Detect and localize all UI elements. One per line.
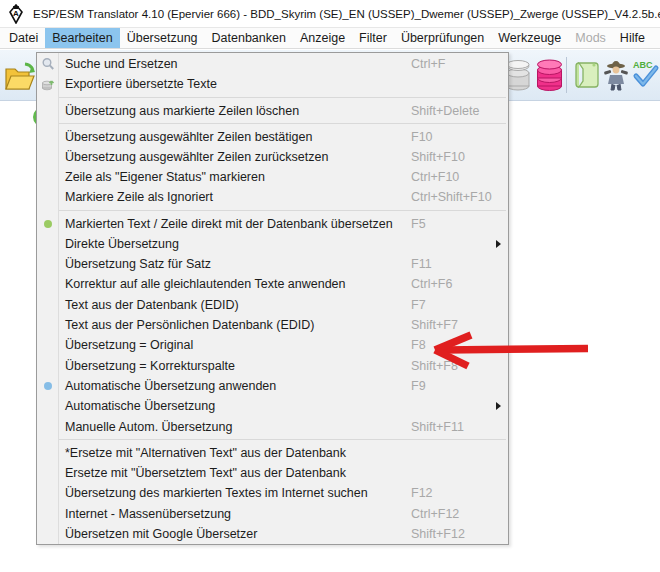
menu-item-übersetzung-ausgewählter-zeilen-bestätig[interactable]: Übersetzung ausgewählter Zeilen bestätig…	[37, 126, 508, 146]
menubar-item-werkzeuge[interactable]: Werkzeuge	[491, 28, 568, 48]
menu-separator	[59, 439, 506, 440]
menu-item-shortcut: Ctrl+F	[411, 54, 445, 74]
menu-item-markiere-zeile-als-ignoriert[interactable]: Markiere Zeile als IgnoriertCtrl+Shift+F…	[37, 187, 508, 207]
blue-dot-icon	[41, 379, 55, 393]
menubar-item-anzeige[interactable]: Anzeige	[293, 28, 352, 48]
menu-item-manuelle-autom-übersetzung[interactable]: Manuelle Autom. ÜbersetzungShift+F11	[37, 416, 508, 436]
menu-item-label: Internet - Massenübersetzung	[65, 507, 231, 521]
menubar-item-hilfe[interactable]: Hilfe	[613, 28, 652, 48]
menu-item-übersetzung-satz-für-satz[interactable]: Übersetzung Satz für SatzF11	[37, 254, 508, 274]
menu-item-markierten-text-zeile-direkt-mit-der-dat[interactable]: Markierten Text / Zeile direkt mit der D…	[37, 213, 508, 233]
menu-item-shortcut: F12	[411, 483, 433, 503]
menu-item-ersetze-mit-übersetztem-text-aus-der-dat[interactable]: Ersetze mit "Übersetztem Text" aus der D…	[37, 463, 508, 483]
search-icon	[41, 57, 55, 71]
toolbar-separator	[566, 57, 567, 93]
menubar-item-label: Filter	[359, 31, 387, 45]
menubar-item-label: Übersetzung	[127, 31, 198, 45]
menu-item-label: Übersetzung ausgewählter Zeilen zurückse…	[65, 150, 328, 164]
menu-item-shortcut: Shift+F8	[411, 356, 458, 376]
menubar-item-label: Anzeige	[300, 31, 345, 45]
menu-item-shortcut: F9	[411, 376, 426, 396]
submenu-arrow-icon	[496, 240, 501, 248]
menu-item-übersetzung-korrekturspalte[interactable]: Übersetzung = KorrekturspalteShift+F8	[37, 356, 508, 376]
menu-item-shortcut: Ctrl+F6	[411, 274, 452, 294]
menubar-item-label: Datenbanken	[212, 31, 286, 45]
menu-item-label: Suche und Ersetzen	[65, 57, 178, 71]
spellcheck-button[interactable]: ABC	[629, 54, 660, 96]
database-pink-icon	[536, 58, 563, 92]
menu-item-label: Exportiere übersetzte Texte	[65, 77, 217, 91]
menu-item-übersetzung-aus-markierte-zeilen-löschen[interactable]: Übersetzung aus markierte Zeilen löschen…	[37, 100, 508, 120]
menu-item-label: *Ersetze mit "Alternativen Text" aus der…	[65, 446, 346, 460]
database-pink-button[interactable]	[532, 54, 566, 96]
menu-item-label: Ersetze mit "Übersetztem Text" aus der D…	[65, 466, 346, 480]
menu-item-zeile-als-eigener-status-markieren[interactable]: Zeile als "Eigener Status" markierenCtrl…	[37, 167, 508, 187]
menubar-item-label: Hilfe	[620, 31, 645, 45]
menu-item-label: Übersetzung des markierten Textes im Int…	[65, 486, 368, 500]
menu-item-internet-massenübersetzung[interactable]: Internet - MassenübersetzungCtrl+F12	[37, 503, 508, 523]
menu-item-label: Manuelle Autom. Übersetzung	[65, 420, 232, 434]
menubar-item-datenbanken[interactable]: Datenbanken	[205, 28, 293, 48]
menu-item-label: Markierten Text / Zeile direkt mit der D…	[65, 217, 393, 231]
menubar-item-mods[interactable]: Mods	[568, 28, 613, 48]
menu-item-label: Text aus der Datenbank (EDID)	[65, 298, 239, 312]
menubar-item-übersetzung[interactable]: Übersetzung	[120, 28, 205, 48]
menu-item-shortcut: F5	[411, 213, 426, 233]
menu-item-label: Markiere Zeile als Ignoriert	[65, 190, 213, 204]
menu-item-shortcut: Ctrl+F12	[411, 503, 459, 523]
menubar-item-label: Mods	[575, 31, 606, 45]
menu-item-shortcut: F11	[411, 254, 432, 274]
cowboy-mod-icon	[601, 58, 631, 92]
menu-item-shortcut: Ctrl+F10	[411, 167, 459, 187]
menu-item-label: Automatische Übersetzung anwenden	[65, 379, 276, 393]
menu-item-label: Übersetzen mit Google Übersetzer	[65, 527, 257, 541]
menu-item-shortcut: F7	[411, 295, 426, 315]
scroll-icon	[573, 59, 601, 91]
menu-item-label: Korrektur auf alle gleichlautenden Texte…	[65, 277, 346, 291]
submenu-arrow-icon	[496, 402, 501, 410]
menu-item-shortcut: Shift+F12	[411, 524, 465, 544]
spellcheck-abc-icon: ABC	[632, 60, 660, 90]
menubar-item-bearbeiten[interactable]: Bearbeiten	[45, 28, 119, 48]
menubar-item-filter[interactable]: Filter	[352, 28, 394, 48]
edit-menu-dropdown: Suche und ErsetzenCtrl+FExportiere übers…	[36, 52, 509, 545]
open-file-button[interactable]	[3, 54, 37, 96]
menu-item-übersetzung-ausgewählter-zeilen-zurückse[interactable]: Übersetzung ausgewählter Zeilen zurückse…	[37, 147, 508, 167]
menubar-item-label: Bearbeiten	[52, 31, 112, 45]
cowboy-button[interactable]	[599, 54, 633, 96]
menu-item-label: Text aus der Persönlichen Datenbank (EDI…	[65, 318, 314, 332]
menu-item-direkte-übersetzung[interactable]: Direkte Übersetzung	[37, 234, 508, 254]
menu-item-shortcut: Shift+F7	[411, 315, 458, 335]
menu-item-text-aus-der-persönlichen-datenbank-edid[interactable]: Text aus der Persönlichen Datenbank (EDI…	[37, 315, 508, 335]
menu-item-shortcut: Shift+F10	[411, 147, 465, 167]
open-file-folder-icon	[4, 57, 36, 93]
menu-item-automatische-übersetzung[interactable]: Automatische Übersetzung	[37, 396, 508, 416]
menu-item-korrektur-auf-alle-gleichlautenden-texte[interactable]: Korrektur auf alle gleichlautenden Texte…	[37, 274, 508, 294]
menu-item-übersetzen-mit-google-übersetzer[interactable]: Übersetzen mit Google ÜbersetzerShift+F1…	[37, 524, 508, 544]
menubar: DateiBearbeitenÜbersetzungDatenbankenAnz…	[0, 27, 660, 49]
title-bar: A ESP/ESM Translator 4.10 (Epervier 666)…	[0, 0, 660, 27]
menu-item-übersetzung-des-markierten-textes-im-int[interactable]: Übersetzung des markierten Textes im Int…	[37, 483, 508, 503]
window-title: ESP/ESM Translator 4.10 (Epervier 666) -…	[33, 8, 660, 20]
menubar-item-überprüfungen[interactable]: Überprüfungen	[394, 28, 491, 48]
menu-item-exportiere-übersetzte-texte[interactable]: Exportiere übersetzte Texte	[37, 74, 508, 94]
menu-item-label: Übersetzung = Original	[65, 338, 193, 352]
menu-item-automatische-übersetzung-anwenden[interactable]: Automatische Übersetzung anwendenF9	[37, 376, 508, 396]
export-icon	[41, 77, 55, 91]
menu-separator	[59, 210, 506, 211]
menu-item-shortcut: F8	[411, 335, 426, 355]
menubar-item-datei[interactable]: Datei	[2, 28, 45, 48]
menu-item-suche-und-ersetzen[interactable]: Suche und ErsetzenCtrl+F	[37, 54, 508, 74]
menu-item-ersetze-mit-alternativen-text-aus-der-da[interactable]: *Ersetze mit "Alternativen Text" aus der…	[37, 442, 508, 462]
menu-separator	[59, 97, 506, 98]
green-dot-icon	[41, 217, 55, 231]
menu-separator	[59, 123, 506, 124]
menu-item-shortcut: Ctrl+Shift+F10	[411, 187, 492, 207]
menu-item-shortcut: Shift+F11	[411, 416, 464, 436]
menu-item-text-aus-der-datenbank-edid[interactable]: Text aus der Datenbank (EDID)F7	[37, 295, 508, 315]
menu-item-label: Übersetzung ausgewählter Zeilen bestätig…	[65, 130, 312, 144]
app-logo-icon: A	[7, 4, 25, 24]
menu-item-übersetzung-original[interactable]: Übersetzung = OriginalF8	[37, 335, 508, 355]
menubar-item-label: Werkzeuge	[498, 31, 561, 45]
svg-text:A: A	[13, 8, 19, 17]
